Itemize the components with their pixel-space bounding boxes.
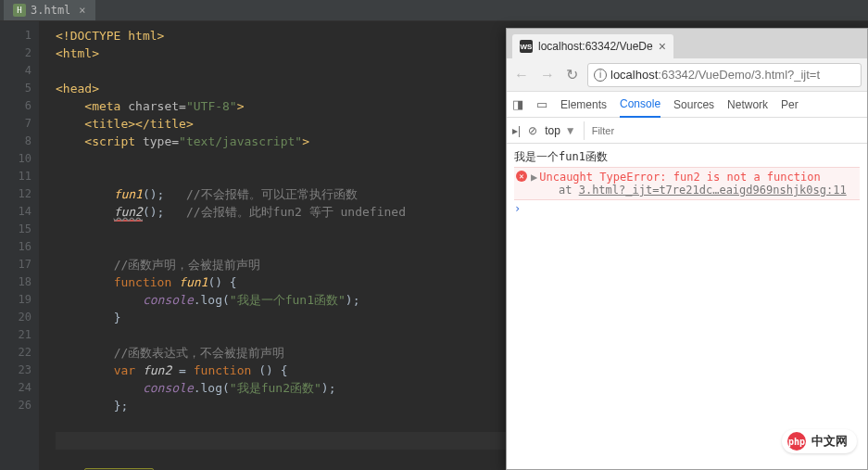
code-token: .log( xyxy=(194,293,230,307)
code-token: > xyxy=(186,117,194,131)
trace-prefix: at xyxy=(559,184,579,197)
sidebar-toggle-icon[interactable]: ▸| xyxy=(512,124,521,137)
code-token: function xyxy=(114,275,179,289)
code-token: "我是一个fun1函数" xyxy=(230,293,346,307)
context-selector[interactable]: top ▼ xyxy=(545,124,576,137)
expand-arrow-icon[interactable]: ▶ xyxy=(531,171,537,184)
code-token: //会报错。此时fun2 等于 undefined xyxy=(186,205,406,219)
reload-button[interactable]: ↻ xyxy=(564,66,580,83)
line-number: 14 xyxy=(0,203,31,221)
context-label: top xyxy=(545,124,560,137)
browser-tabs-bar: WS localhost:63342/VueDe × xyxy=(507,29,867,58)
code-token: > xyxy=(128,117,135,131)
code-token: charset= xyxy=(128,99,186,113)
code-token: () { xyxy=(208,275,236,289)
tab-elements[interactable]: Elements xyxy=(560,93,607,117)
inspect-icon[interactable]: ◨ xyxy=(512,97,523,111)
code-token: > xyxy=(237,99,245,113)
code-token: meta xyxy=(92,99,120,113)
line-number: 22 xyxy=(0,344,31,362)
console-output[interactable]: 我是一个fun1函数 ✕ ▶Uncaught TypeError: fun2 i… xyxy=(507,144,867,469)
code-token: > xyxy=(92,46,99,60)
line-number: 19 xyxy=(0,291,31,309)
code-token: "我是fun2函数" xyxy=(230,381,321,395)
line-number: 24 xyxy=(0,379,31,397)
code-token: (); xyxy=(143,187,164,201)
trace-link[interactable]: 3.html?_ijt=t7re21dc…eaigd969nshjk0sg:11 xyxy=(579,184,847,197)
code-token: }; xyxy=(114,399,129,413)
code-token: ); xyxy=(346,293,360,307)
line-number: 18 xyxy=(0,273,31,291)
url-input[interactable]: i localhost:63342/VueDemo/3.html?_ijt=t xyxy=(587,63,862,87)
console-prompt[interactable]: › xyxy=(514,200,860,217)
code-token: < xyxy=(84,117,92,131)
close-icon[interactable]: × xyxy=(79,4,85,17)
line-number: 5 xyxy=(0,80,31,97)
clear-console-icon[interactable]: ⊘ xyxy=(528,124,537,137)
line-number: 6 xyxy=(0,97,31,115)
tab-sources[interactable]: Sources xyxy=(673,93,714,117)
device-icon[interactable]: ▭ xyxy=(536,97,547,111)
tab-console[interactable]: Console xyxy=(620,92,660,118)
code-token: (); xyxy=(143,205,164,219)
code-token: () { xyxy=(258,363,287,377)
tab-performance[interactable]: Per xyxy=(781,93,799,117)
code-token: > xyxy=(302,134,309,148)
tab-network[interactable]: Network xyxy=(727,93,768,117)
webstorm-favicon-icon: WS xyxy=(520,40,533,53)
code-token: title xyxy=(92,117,128,131)
code-token: html xyxy=(63,46,92,60)
line-number: 8 xyxy=(0,133,31,150)
code-token xyxy=(135,134,143,148)
console-error-line: ✕ ▶Uncaught TypeError: fun2 is not a fun… xyxy=(514,167,860,200)
line-number: 26 xyxy=(0,397,31,414)
line-number: 17 xyxy=(0,256,31,273)
forward-button[interactable]: → xyxy=(538,67,557,83)
tab-filename: 3.html xyxy=(31,4,70,17)
devtools-panel: ◨ ▭ Elements Console Sources Network Per… xyxy=(507,92,867,469)
info-icon[interactable]: i xyxy=(594,69,607,82)
php-logo-icon: php xyxy=(787,432,806,451)
code-token: function xyxy=(194,363,258,377)
url-bar: ← → ↻ i localhost:63342/VueDemo/3.html?_… xyxy=(507,58,867,92)
code-token: < xyxy=(84,99,92,113)
error-message: Uncaught TypeError: fun2 is not a functi… xyxy=(539,171,820,184)
browser-tab-title: localhost:63342/VueDe xyxy=(538,40,653,53)
error-trace: at 3.html?_ijt=t7re21dc…eaigd969nshjk0sg… xyxy=(531,184,860,197)
code-token: < xyxy=(56,46,63,60)
console-log-line: 我是一个fun1函数 xyxy=(514,147,860,167)
code-token: title xyxy=(150,117,186,131)
code-token: > xyxy=(92,82,99,95)
line-number: 2 xyxy=(0,44,31,62)
line-number: 1 xyxy=(0,27,31,44)
code-token: script xyxy=(92,134,135,148)
line-number: 21 xyxy=(0,326,31,344)
browser-tab[interactable]: WS localhost:63342/VueDe × xyxy=(512,34,673,58)
close-icon[interactable]: × xyxy=(659,39,666,54)
console-toolbar: ▸| ⊘ top ▼ xyxy=(507,118,867,144)
filter-input[interactable] xyxy=(584,121,862,140)
line-number: 23 xyxy=(0,362,31,379)
line-number: 11 xyxy=(0,168,31,185)
line-number: 4 xyxy=(0,62,31,80)
line-number: 20 xyxy=(0,309,31,326)
back-button[interactable]: ← xyxy=(512,67,531,83)
code-token: fun2 xyxy=(143,363,171,377)
code-token: //函数声明，会被提前声明 xyxy=(114,258,261,272)
code-token: .log( xyxy=(194,381,230,395)
line-number: 10 xyxy=(0,150,31,168)
code-token: type= xyxy=(143,134,179,148)
code-token: "UTF-8" xyxy=(186,99,237,113)
chevron-down-icon: ▼ xyxy=(565,124,576,137)
code-token: console xyxy=(143,381,194,395)
url-host: localhost xyxy=(610,68,658,82)
code-token: ); xyxy=(321,381,336,395)
code-token: <!DOCTYPE html> xyxy=(56,29,164,43)
line-number: 7 xyxy=(0,115,31,133)
code-token: < xyxy=(84,134,92,148)
code-token: head xyxy=(63,82,92,95)
editor-tab[interactable]: H 3.html × xyxy=(4,0,95,20)
code-token: //不会报错。可以正常执行函数 xyxy=(186,187,358,201)
url-path: :63342/VueDemo/3.html?_ijt=t xyxy=(658,68,820,82)
line-gutter: 1 2 4 5 6 7 8 10 11 12 14 15 16 17 18 19… xyxy=(0,21,39,470)
